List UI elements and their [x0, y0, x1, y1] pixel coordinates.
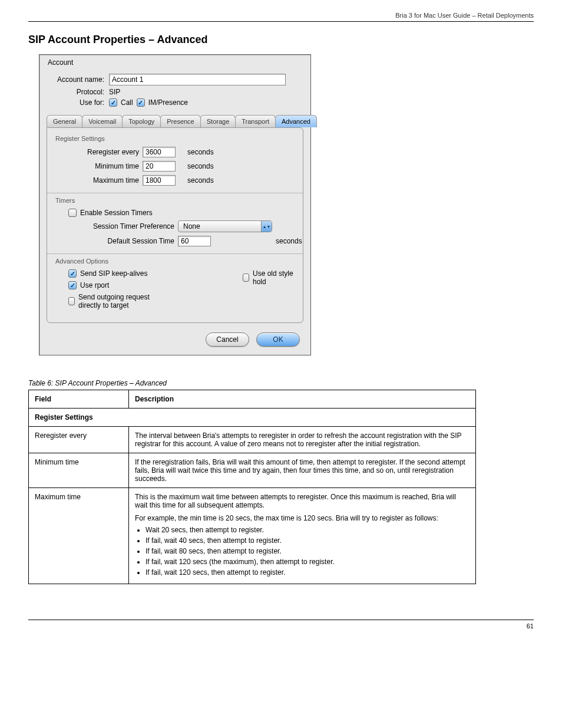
min-time-unit: seconds	[187, 162, 295, 170]
table-caption: Table 6: SIP Account Properties – Advanc…	[28, 379, 476, 390]
min-time-input[interactable]	[143, 161, 176, 172]
tab-storage[interactable]: Storage	[200, 115, 236, 127]
usefor-call-checkbox[interactable]	[109, 98, 117, 107]
session-timer-pref-label: Session Timer Preference	[68, 222, 174, 230]
direct-label: Send outgoing request directly to target	[78, 293, 172, 309]
enable-session-timers-checkbox[interactable]	[68, 209, 77, 217]
tab-presence[interactable]: Presence	[160, 115, 200, 127]
col-field: Field	[29, 390, 129, 409]
table-desc: The interval between Bria's attempts to …	[129, 427, 476, 453]
list-item: If fail, wait 80 secs, then attempt to r…	[146, 547, 470, 555]
chevron-updown-icon: ▲▼	[261, 221, 272, 232]
oldhold-checkbox[interactable]	[243, 274, 249, 282]
sip-advanced-table: Table 6: SIP Account Properties – Advanc…	[28, 379, 476, 584]
protocol-value: SIP	[109, 88, 120, 96]
reregister-unit: seconds	[187, 148, 295, 156]
session-timer-pref-value: None	[183, 222, 200, 230]
min-time-label: Minimum time	[68, 162, 139, 170]
max-time-unit: seconds	[187, 176, 295, 185]
page-number: 61	[28, 620, 534, 630]
tab-voicemail[interactable]: Voicemail	[82, 115, 123, 127]
account-name-label: Account name:	[48, 75, 104, 84]
rport-label: Use rport	[80, 281, 109, 289]
running-header: Bria 3 for Mac User Guide – Retail Deplo…	[28, 12, 534, 22]
table-section-cell: Register Settings	[29, 409, 476, 427]
table-field: Reregister every	[29, 427, 129, 453]
account-dialog: Account Account name: Protocol: SIP Use …	[39, 54, 311, 355]
table-field: Maximum time	[29, 488, 129, 584]
tab-transport[interactable]: Transport	[235, 115, 276, 127]
session-timer-pref-select[interactable]: None ▲▼	[178, 220, 272, 232]
usefor-label: Use for:	[48, 98, 104, 107]
maxtime-example-lead: For example, the min time is 20 secs, th…	[135, 514, 470, 522]
enable-session-timers-label: Enable Session Timers	[80, 209, 153, 217]
table-field: Minimum time	[29, 453, 129, 488]
direct-checkbox[interactable]	[68, 297, 75, 305]
default-session-time-unit: seconds	[276, 237, 302, 245]
list-item: If fail, wait 40 secs, then attempt to r…	[146, 536, 470, 545]
section-title: SIP Account Properties – Advanced	[28, 34, 534, 46]
keepalive-label: Send SIP keep-alives	[80, 269, 148, 278]
max-time-label: Maximum time	[68, 176, 139, 185]
table-desc: If the reregistration fails, Bria will w…	[129, 453, 476, 488]
list-item: Wait 20 secs, then attempt to register.	[146, 526, 470, 534]
timers-heading: Timers	[55, 197, 295, 204]
protocol-label: Protocol:	[48, 88, 104, 96]
tabbar: General Voicemail Topology Presence Stor…	[47, 115, 303, 127]
max-time-input[interactable]	[143, 175, 176, 186]
oldhold-label: Use old style hold	[253, 269, 295, 286]
table-desc: This is the maximum wait time between at…	[129, 488, 476, 584]
usefor-im-label: IM/Presence	[148, 98, 188, 107]
table-section-row: Register Settings	[29, 409, 476, 427]
default-session-time-label: Default Session Time	[68, 237, 174, 245]
tab-general[interactable]: General	[47, 115, 82, 127]
reregister-input[interactable]	[143, 147, 176, 157]
rport-checkbox[interactable]	[68, 281, 77, 289]
default-session-time-input[interactable]	[178, 236, 211, 246]
dialog-title: Account	[39, 55, 310, 68]
ok-button[interactable]: OK	[256, 332, 300, 347]
maxtime-intro: This is the maximum wait time between at…	[135, 493, 470, 509]
usefor-im-checkbox[interactable]	[137, 98, 145, 107]
tabpanel-advanced: Register Settings Reregister every secon…	[47, 127, 303, 323]
register-settings-heading: Register Settings	[55, 135, 295, 142]
list-item: If fail, wait 120 secs, then attempt to …	[146, 568, 470, 577]
advanced-options-heading: Advanced Options	[55, 258, 295, 265]
table-row: Maximum time This is the maximum wait ti…	[29, 488, 476, 584]
account-name-input[interactable]	[109, 74, 286, 85]
list-item: If fail, wait 120 secs (the maximum), th…	[146, 558, 470, 566]
table-row: Reregister every The interval between Br…	[29, 427, 476, 453]
reregister-label: Reregister every	[68, 148, 139, 156]
table-row: Minimum time If the reregistration fails…	[29, 453, 476, 488]
keepalive-checkbox[interactable]	[68, 269, 77, 278]
usefor-call-label: Call	[121, 98, 133, 107]
cancel-button[interactable]: Cancel	[206, 332, 249, 347]
col-description: Description	[129, 390, 476, 409]
tab-advanced[interactable]: Advanced	[275, 115, 317, 127]
tab-topology[interactable]: Topology	[122, 115, 161, 127]
